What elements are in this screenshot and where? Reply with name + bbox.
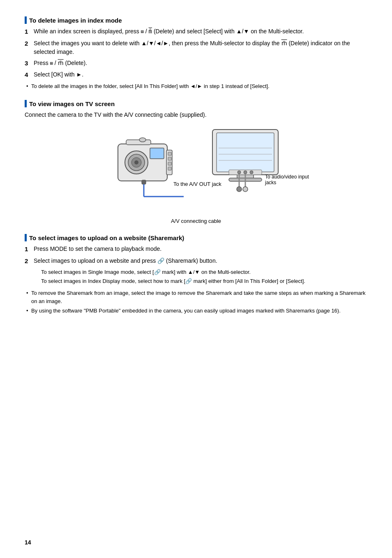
svg-rect-6 — [126, 140, 151, 145]
audio-video-label: To audio/video inputjacks — [265, 174, 309, 185]
step-num-4: 4 — [25, 70, 34, 80]
tv-group: To audio/video inputjacks — [204, 125, 286, 199]
title-bar-icon-2 — [25, 100, 27, 107]
step-num-3: 3 — [25, 59, 34, 68]
title-bar-icon — [25, 16, 27, 24]
svg-point-26 — [250, 171, 253, 174]
step-4-text: Select [OK] with ►. — [34, 70, 83, 79]
delete-steps-list: 1 While an index screen is displayed, pr… — [25, 27, 367, 80]
svg-rect-13 — [142, 180, 146, 184]
svg-rect-11 — [168, 162, 171, 165]
step-3: 3 Press ⊞ / m̄ (Delete). — [25, 59, 367, 68]
section-sharemark: To select images to upload on a website … — [25, 234, 367, 315]
sharemark-subnotes: To select images in Single Image mode, s… — [25, 268, 367, 285]
step-4: 4 Select [OK] with ►. — [25, 70, 367, 80]
diagram-row: To the A/V OUT jack — [25, 127, 367, 210]
section-heading-tv: To view images on TV screen — [29, 100, 115, 107]
svg-point-30 — [243, 187, 248, 192]
section-heading-sharemark: To select images to upload on a website … — [29, 234, 184, 241]
sm-subnote-2: To select images in Index Display mode, … — [41, 277, 367, 285]
step-1: 1 While an index screen is displayed, pr… — [25, 27, 367, 37]
camera-group: To the A/V OUT jack — [106, 127, 196, 210]
svg-rect-9 — [168, 152, 171, 155]
delete-bullets: To delete all the images in the folder, … — [25, 82, 367, 90]
step-num-2: 2 — [25, 39, 34, 49]
section-title-sharemark: To select images to upload on a website … — [25, 234, 367, 241]
sm-bullet-2: By using the software "PMB Portable" emb… — [25, 307, 367, 315]
sm-step-2-text: Select images to upload on a website and… — [34, 257, 217, 265]
sm-subnote-1: To select images in Single Image mode, s… — [41, 268, 367, 276]
step-1-text: While an index screen is displayed, pres… — [34, 27, 304, 36]
delete-bullet-1: To delete all the images in the folder, … — [25, 82, 367, 90]
section-title-tv: To view images on TV screen — [25, 100, 367, 107]
svg-point-4 — [134, 160, 138, 164]
svg-point-29 — [237, 187, 242, 192]
section-title-delete: To delete images in index mode — [25, 16, 367, 24]
audio-video-text: To audio/video inputjacks — [265, 174, 309, 185]
step-3-text: Press ⊞ / m̄ (Delete). — [34, 59, 87, 67]
tv-diagram-area: To the A/V OUT jack — [25, 127, 367, 224]
svg-point-25 — [244, 171, 247, 174]
svg-rect-17 — [217, 133, 274, 172]
section-heading-delete: To delete images in index mode — [29, 17, 122, 24]
cable-label-text: A/V connecting cable — [171, 218, 221, 224]
section-view-tv: To view images on TV screen Connect the … — [25, 100, 367, 224]
cable-label: A/V connecting cable — [171, 218, 221, 224]
section-delete-index: To delete images in index mode 1 While a… — [25, 16, 367, 90]
svg-point-24 — [238, 171, 241, 174]
svg-rect-10 — [168, 157, 171, 160]
page-number: 14 — [25, 539, 31, 546]
sm-step-num-1: 1 — [25, 245, 34, 254]
sm-step-num-2: 2 — [25, 257, 34, 266]
svg-point-7 — [139, 138, 146, 142]
tv-intro: Connect the camera to the TV with the A/… — [25, 111, 367, 119]
svg-rect-12 — [168, 167, 171, 170]
camera-svg — [106, 127, 196, 210]
sharemark-bullets: To remove the Sharemark from an image, s… — [25, 289, 367, 315]
tv-svg — [204, 125, 286, 199]
step-2: 2 Select the images you want to delete w… — [25, 39, 367, 56]
sm-step-1: 1 Press MODE to set the camera to playba… — [25, 245, 367, 254]
sm-step-1-text: Press MODE to set the camera to playback… — [34, 245, 161, 253]
title-bar-icon-3 — [25, 234, 27, 241]
step-2-text: Select the images you want to delete wit… — [34, 39, 367, 56]
sm-step-2: 2 Select images to upload on a website a… — [25, 257, 367, 266]
sharemark-steps-list: 1 Press MODE to set the camera to playba… — [25, 245, 367, 266]
step-num-1: 1 — [25, 27, 34, 37]
sm-bullet-1: To remove the Sharemark from an image, s… — [25, 289, 367, 305]
svg-rect-5 — [150, 148, 164, 159]
